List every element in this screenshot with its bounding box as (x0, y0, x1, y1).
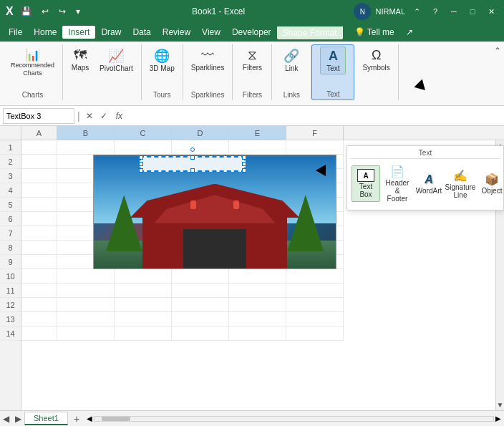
3d-map-button[interactable]: 🌐 3D Map (146, 46, 178, 74)
symbols-button[interactable]: Ω Symbols (359, 46, 393, 74)
cell-e13[interactable] (229, 312, 286, 326)
row-num-9[interactable]: 9 (0, 255, 21, 269)
qat-dropdown-button[interactable]: ▾ (73, 5, 83, 18)
menu-item-home[interactable]: Home (28, 26, 62, 39)
cell-b13[interactable] (57, 312, 115, 326)
cell-e14[interactable] (229, 326, 286, 341)
header-footer-popup-button[interactable]: 📄 Header & Footer (383, 162, 412, 205)
row-num-8[interactable]: 8 (0, 241, 21, 255)
cell-b10[interactable] (57, 269, 115, 284)
row-num-14[interactable]: 14 (0, 326, 21, 341)
menu-item-shape-format[interactable]: Shape Format (277, 25, 343, 39)
menu-item-insert[interactable]: Insert (62, 26, 95, 39)
add-sheet-button[interactable]: + (69, 412, 84, 426)
cell-e1[interactable] (229, 140, 286, 155)
cell-f12[interactable] (286, 298, 344, 312)
resize-handle-tm[interactable] (190, 155, 195, 160)
menu-item-developer[interactable]: Developer (226, 26, 277, 39)
resize-handle-ml[interactable] (139, 162, 143, 166)
formula-input[interactable] (128, 110, 501, 122)
ribbon-collapse-btn[interactable]: ⌃ (494, 44, 501, 56)
cell-f14[interactable] (286, 326, 344, 341)
cell-c14[interactable] (115, 326, 172, 341)
name-box[interactable] (3, 108, 74, 124)
undo-button[interactable]: ↩ (39, 5, 52, 18)
row-num-5[interactable]: 5 (0, 198, 21, 212)
resize-handle-br[interactable] (242, 168, 246, 173)
cell-b12[interactable] (57, 298, 115, 312)
cell-a9[interactable] (21, 255, 57, 269)
cell-a3[interactable] (21, 169, 57, 183)
cell-a6[interactable] (21, 212, 57, 226)
row-num-6[interactable]: 6 (0, 212, 21, 226)
menu-item-file[interactable]: File (3, 26, 28, 39)
col-header-b[interactable]: B (57, 126, 115, 140)
menu-item-data[interactable]: Data (127, 26, 156, 39)
textbox-object[interactable] (140, 156, 246, 172)
maps-button[interactable]: 🗺 Maps (67, 46, 93, 74)
cell-c13[interactable] (115, 312, 172, 326)
row-num-10[interactable]: 10 (0, 269, 21, 284)
horizontal-scrollbar[interactable]: ◀ ▶ (84, 415, 504, 422)
cell-d10[interactable] (172, 269, 229, 284)
help-button[interactable]: ? (428, 4, 442, 19)
cell-a10[interactable] (21, 269, 57, 284)
embedded-image[interactable] (93, 155, 336, 269)
textbox-popup-button[interactable]: A Text Box (352, 165, 380, 202)
cell-c1[interactable] (115, 140, 172, 155)
cell-c10[interactable] (115, 269, 172, 284)
col-header-d[interactable]: D (172, 126, 229, 140)
cell-a14[interactable] (21, 326, 57, 341)
resize-handle-tl[interactable] (139, 155, 143, 160)
cell-a11[interactable] (21, 284, 57, 298)
scroll-sheets-left[interactable]: ◀ (0, 414, 12, 424)
sheet-tab-sheet1[interactable]: Sheet1 (24, 412, 68, 425)
tell-me-button[interactable]: 💡 Tell me (349, 26, 400, 39)
ribbon-collapse-button[interactable]: ⌃ (410, 4, 424, 19)
resize-handle-bm[interactable] (190, 168, 195, 173)
row-num-12[interactable]: 12 (0, 298, 21, 312)
resize-handle-mr[interactable] (242, 162, 246, 166)
col-header-f[interactable]: F (286, 126, 344, 140)
row-num-2[interactable]: 2 (0, 155, 21, 169)
cell-d12[interactable] (172, 298, 229, 312)
redo-button[interactable]: ↪ (56, 5, 69, 18)
row-num-4[interactable]: 4 (0, 183, 21, 198)
row-num-1[interactable]: 1 (0, 140, 21, 155)
cell-a5[interactable] (21, 198, 57, 212)
sparklines-button[interactable]: 〰 Sparklines (188, 46, 228, 74)
maximize-button[interactable]: □ (465, 4, 480, 19)
col-header-c[interactable]: C (115, 126, 172, 140)
share-button[interactable]: ↗ (400, 26, 419, 39)
col-header-a[interactable]: A (21, 126, 57, 140)
cell-d1[interactable] (172, 140, 229, 155)
scroll-left-button[interactable]: ◀ (87, 415, 92, 422)
cell-b14[interactable] (57, 326, 115, 341)
scroll-sheets-right[interactable]: ▶ (12, 414, 24, 424)
object-popup-button[interactable]: 📦 Object (478, 170, 504, 198)
menu-item-view[interactable]: View (196, 26, 226, 39)
scroll-track-h[interactable] (94, 416, 494, 422)
cell-b11[interactable] (57, 284, 115, 298)
scroll-down-button[interactable]: ▼ (497, 401, 504, 409)
cell-e10[interactable] (229, 269, 286, 284)
minimize-button[interactable]: ─ (447, 4, 461, 19)
cell-f10[interactable] (286, 269, 344, 284)
cell-d13[interactable] (172, 312, 229, 326)
row-num-7[interactable]: 7 (0, 226, 21, 241)
row-num-11[interactable]: 11 (0, 284, 21, 298)
resize-handle-bl[interactable] (139, 168, 143, 173)
cell-e12[interactable] (229, 298, 286, 312)
confirm-formula-button[interactable]: ✓ (97, 111, 110, 121)
wordart-popup-button[interactable]: A WordArt (415, 170, 443, 198)
resize-handle-tr[interactable] (242, 155, 246, 160)
cell-f11[interactable] (286, 284, 344, 298)
row-num-3[interactable]: 3 (0, 169, 21, 183)
recommended-charts-button[interactable]: 📊 RecommendedCharts (7, 46, 58, 79)
text-button[interactable]: A Text (320, 47, 346, 74)
scroll-right-button[interactable]: ▶ (495, 415, 501, 422)
signature-line-popup-button[interactable]: ✍ Signature Line (446, 166, 475, 202)
cancel-formula-button[interactable]: ✕ (83, 111, 96, 121)
col-header-e[interactable]: E (229, 126, 286, 140)
menu-item-review[interactable]: Review (157, 26, 196, 39)
